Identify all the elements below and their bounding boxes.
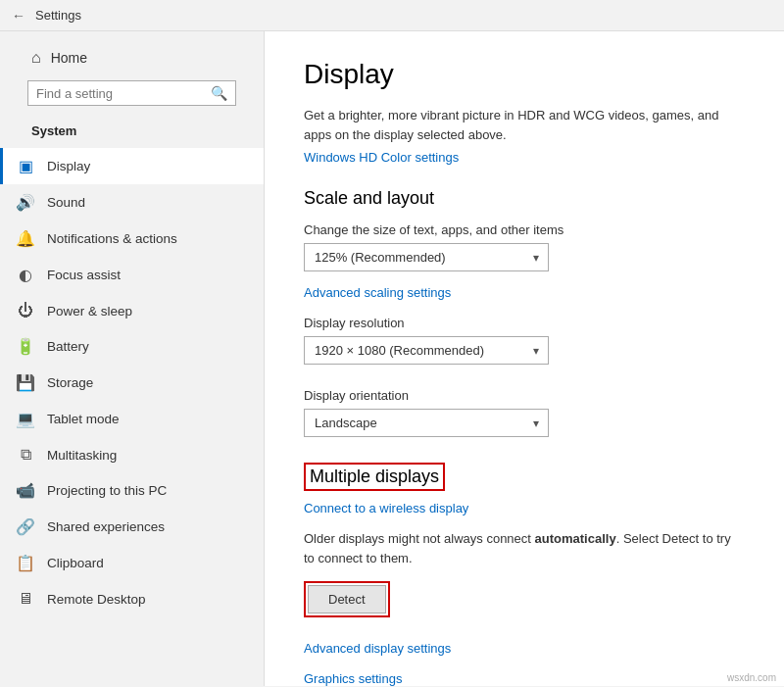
- power-icon: ⏻: [16, 302, 35, 319]
- orientation-label: Display orientation: [304, 388, 745, 403]
- resolution-label: Display resolution: [304, 316, 745, 330]
- back-button[interactable]: ←: [12, 8, 25, 24]
- sidebar-item-multitasking-label: Multitasking: [47, 448, 117, 463]
- graphics-settings-link[interactable]: Graphics settings: [304, 671, 745, 686]
- sidebar-item-notifications-label: Notifications & actions: [47, 231, 177, 246]
- sidebar-item-battery[interactable]: 🔋 Battery: [0, 328, 264, 365]
- shared-icon: 🔗: [16, 517, 35, 536]
- sidebar-item-sound[interactable]: 🔊 Sound: [0, 184, 264, 221]
- sidebar-item-shared-label: Shared experiences: [47, 519, 165, 534]
- focus-icon: ◐: [16, 266, 35, 284]
- storage-icon: 💾: [16, 373, 35, 392]
- sidebar-item-power[interactable]: ⏻ Power & sleep: [0, 293, 264, 328]
- watermark: wsxdn.com: [727, 672, 776, 683]
- sidebar-item-notifications[interactable]: 🔔 Notifications & actions: [0, 221, 264, 257]
- sidebar-item-projecting-label: Projecting to this PC: [47, 483, 167, 498]
- search-input[interactable]: [36, 86, 211, 101]
- orientation-dropdown[interactable]: Landscape Portrait Landscape (flipped) P…: [304, 409, 549, 437]
- main-content: Display Get a brighter, more vibrant pic…: [265, 0, 784, 686]
- sidebar-item-sound-label: Sound: [47, 195, 85, 210]
- detect-button-wrapper: Detect: [304, 581, 390, 617]
- sidebar-item-tablet[interactable]: 💻 Tablet mode: [0, 401, 264, 437]
- title-bar-title: Settings: [35, 8, 81, 23]
- sidebar-item-multitasking[interactable]: ⧉ Multitasking: [0, 437, 264, 472]
- sidebar-item-clipboard-label: Clipboard: [47, 556, 104, 570]
- connect-wireless-link[interactable]: Connect to a wireless display: [304, 501, 745, 515]
- clipboard-icon: 📋: [16, 554, 35, 572]
- sidebar-item-remote-label: Remote Desktop: [47, 592, 146, 607]
- sidebar-item-shared[interactable]: 🔗 Shared experiences: [0, 509, 264, 545]
- sidebar-search-box[interactable]: 🔍: [27, 80, 236, 106]
- sidebar-item-remote[interactable]: 🖥 Remote Desktop: [0, 581, 264, 616]
- sidebar-item-focus[interactable]: ◐ Focus assist: [0, 257, 264, 293]
- tablet-icon: 💻: [16, 410, 35, 428]
- scale-label: Change the size of text, apps, and other…: [304, 222, 745, 237]
- sidebar-item-storage[interactable]: 💾 Storage: [0, 365, 264, 401]
- display-icon: ▣: [16, 157, 35, 175]
- search-icon: 🔍: [211, 85, 227, 101]
- sidebar-item-home[interactable]: ⌂ Home: [16, 41, 248, 74]
- projecting-icon: 📹: [16, 481, 35, 500]
- sidebar-item-battery-label: Battery: [47, 339, 89, 354]
- resolution-dropdown-wrapper: 1920 × 1080 (Recommended) 1280 × 720 160…: [304, 336, 549, 365]
- page-title: Display: [304, 59, 745, 90]
- detect-description: Older displays might not always connect …: [304, 529, 745, 567]
- sidebar-item-power-label: Power & sleep: [47, 304, 132, 319]
- sidebar-item-focus-label: Focus assist: [47, 268, 121, 282]
- sidebar-home-label: Home: [51, 50, 87, 66]
- multiple-displays-heading: Multiple displays: [310, 466, 439, 487]
- detect-button[interactable]: Detect: [308, 585, 386, 613]
- home-icon: ⌂: [31, 49, 41, 67]
- advanced-scaling-link[interactable]: Advanced scaling settings: [304, 285, 745, 300]
- sound-icon: 🔊: [16, 193, 35, 212]
- battery-icon: 🔋: [16, 337, 35, 356]
- sidebar-item-display-label: Display: [47, 159, 90, 173]
- sidebar: ⌂ Home 🔍 System ▣ Display 🔊 Sound 🔔 Noti…: [0, 0, 265, 686]
- detect-automatically-bold: automatically: [535, 531, 616, 546]
- title-bar: ← Settings: [0, 0, 784, 31]
- scale-dropdown[interactable]: 125% (Recommended) 100% 150% 175%: [304, 243, 549, 271]
- sidebar-section-label: System: [16, 116, 248, 142]
- sidebar-item-display[interactable]: ▣ Display: [0, 148, 264, 184]
- display-description: Get a brighter, more vibrant picture in …: [304, 106, 745, 144]
- sidebar-item-projecting[interactable]: 📹 Projecting to this PC: [0, 472, 264, 509]
- multiple-displays-heading-box: Multiple displays: [304, 463, 445, 491]
- scale-dropdown-wrapper: 125% (Recommended) 100% 150% 175% ▾: [304, 243, 549, 271]
- sidebar-header: ⌂ Home 🔍 System: [0, 31, 264, 148]
- sidebar-item-clipboard[interactable]: 📋 Clipboard: [0, 545, 264, 581]
- advanced-display-link[interactable]: Advanced display settings: [304, 641, 745, 656]
- orientation-dropdown-wrapper: Landscape Portrait Landscape (flipped) P…: [304, 409, 549, 437]
- remote-icon: 🖥: [16, 590, 35, 608]
- scale-section-heading: Scale and layout: [304, 188, 745, 209]
- notifications-icon: 🔔: [16, 229, 35, 248]
- sidebar-item-storage-label: Storage: [47, 375, 93, 390]
- resolution-dropdown[interactable]: 1920 × 1080 (Recommended) 1280 × 720 160…: [304, 336, 549, 365]
- sidebar-item-tablet-label: Tablet mode: [47, 412, 120, 426]
- hdr-link[interactable]: Windows HD Color settings: [304, 150, 745, 165]
- multitasking-icon: ⧉: [16, 446, 35, 464]
